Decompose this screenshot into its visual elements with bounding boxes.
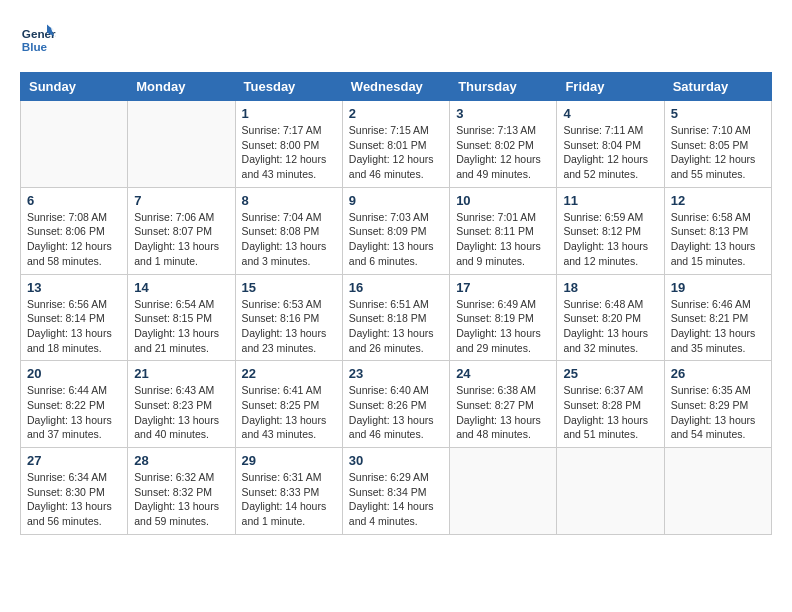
sunset-text: Sunset: 8:30 PM xyxy=(27,485,121,500)
daylight-text: Daylight: 12 hours and 49 minutes. xyxy=(456,152,550,181)
daylight-text: Daylight: 13 hours and 29 minutes. xyxy=(456,326,550,355)
sunrise-text: Sunrise: 7:10 AM xyxy=(671,123,765,138)
calendar-cell: 11Sunrise: 6:59 AMSunset: 8:12 PMDayligh… xyxy=(557,187,664,274)
day-number: 11 xyxy=(563,193,657,208)
sunrise-text: Sunrise: 6:53 AM xyxy=(242,297,336,312)
sunrise-text: Sunrise: 6:48 AM xyxy=(563,297,657,312)
daylight-text: Daylight: 13 hours and 18 minutes. xyxy=(27,326,121,355)
daylight-text: Daylight: 13 hours and 26 minutes. xyxy=(349,326,443,355)
sunset-text: Sunset: 8:19 PM xyxy=(456,311,550,326)
day-number: 29 xyxy=(242,453,336,468)
sunset-text: Sunset: 8:11 PM xyxy=(456,224,550,239)
day-number: 15 xyxy=(242,280,336,295)
sunrise-text: Sunrise: 7:11 AM xyxy=(563,123,657,138)
day-number: 24 xyxy=(456,366,550,381)
day-number: 9 xyxy=(349,193,443,208)
sunrise-text: Sunrise: 7:03 AM xyxy=(349,210,443,225)
calendar-cell: 12Sunrise: 6:58 AMSunset: 8:13 PMDayligh… xyxy=(664,187,771,274)
sunset-text: Sunset: 8:18 PM xyxy=(349,311,443,326)
calendar-week-2: 6Sunrise: 7:08 AMSunset: 8:06 PMDaylight… xyxy=(21,187,772,274)
calendar-cell: 23Sunrise: 6:40 AMSunset: 8:26 PMDayligh… xyxy=(342,361,449,448)
calendar-cell: 18Sunrise: 6:48 AMSunset: 8:20 PMDayligh… xyxy=(557,274,664,361)
sunrise-text: Sunrise: 6:34 AM xyxy=(27,470,121,485)
daylight-text: Daylight: 13 hours and 56 minutes. xyxy=(27,499,121,528)
calendar-week-5: 27Sunrise: 6:34 AMSunset: 8:30 PMDayligh… xyxy=(21,448,772,535)
sunset-text: Sunset: 8:02 PM xyxy=(456,138,550,153)
daylight-text: Daylight: 13 hours and 21 minutes. xyxy=(134,326,228,355)
day-number: 20 xyxy=(27,366,121,381)
calendar-cell xyxy=(21,101,128,188)
sunrise-text: Sunrise: 6:41 AM xyxy=(242,383,336,398)
daylight-text: Daylight: 13 hours and 6 minutes. xyxy=(349,239,443,268)
sunrise-text: Sunrise: 7:01 AM xyxy=(456,210,550,225)
daylight-text: Daylight: 13 hours and 35 minutes. xyxy=(671,326,765,355)
day-number: 25 xyxy=(563,366,657,381)
calendar-cell: 8Sunrise: 7:04 AMSunset: 8:08 PMDaylight… xyxy=(235,187,342,274)
calendar-week-1: 1Sunrise: 7:17 AMSunset: 8:00 PMDaylight… xyxy=(21,101,772,188)
calendar-cell: 22Sunrise: 6:41 AMSunset: 8:25 PMDayligh… xyxy=(235,361,342,448)
calendar-cell: 2Sunrise: 7:15 AMSunset: 8:01 PMDaylight… xyxy=(342,101,449,188)
sunset-text: Sunset: 8:09 PM xyxy=(349,224,443,239)
sunrise-text: Sunrise: 6:46 AM xyxy=(671,297,765,312)
header-monday: Monday xyxy=(128,73,235,101)
calendar-cell: 28Sunrise: 6:32 AMSunset: 8:32 PMDayligh… xyxy=(128,448,235,535)
day-number: 27 xyxy=(27,453,121,468)
sunrise-text: Sunrise: 6:38 AM xyxy=(456,383,550,398)
daylight-text: Daylight: 13 hours and 54 minutes. xyxy=(671,413,765,442)
daylight-text: Daylight: 12 hours and 43 minutes. xyxy=(242,152,336,181)
sunset-text: Sunset: 8:28 PM xyxy=(563,398,657,413)
sunset-text: Sunset: 8:00 PM xyxy=(242,138,336,153)
calendar-cell: 10Sunrise: 7:01 AMSunset: 8:11 PMDayligh… xyxy=(450,187,557,274)
sunset-text: Sunset: 8:34 PM xyxy=(349,485,443,500)
day-number: 16 xyxy=(349,280,443,295)
calendar-cell: 30Sunrise: 6:29 AMSunset: 8:34 PMDayligh… xyxy=(342,448,449,535)
sunset-text: Sunset: 8:29 PM xyxy=(671,398,765,413)
day-number: 2 xyxy=(349,106,443,121)
sunrise-text: Sunrise: 7:08 AM xyxy=(27,210,121,225)
sunrise-text: Sunrise: 6:49 AM xyxy=(456,297,550,312)
header-friday: Friday xyxy=(557,73,664,101)
header-wednesday: Wednesday xyxy=(342,73,449,101)
day-number: 14 xyxy=(134,280,228,295)
sunset-text: Sunset: 8:21 PM xyxy=(671,311,765,326)
daylight-text: Daylight: 13 hours and 46 minutes. xyxy=(349,413,443,442)
day-number: 5 xyxy=(671,106,765,121)
header-saturday: Saturday xyxy=(664,73,771,101)
sunset-text: Sunset: 8:12 PM xyxy=(563,224,657,239)
logo-icon: General Blue xyxy=(20,20,56,56)
sunset-text: Sunset: 8:01 PM xyxy=(349,138,443,153)
calendar-cell: 7Sunrise: 7:06 AMSunset: 8:07 PMDaylight… xyxy=(128,187,235,274)
calendar-cell: 1Sunrise: 7:17 AMSunset: 8:00 PMDaylight… xyxy=(235,101,342,188)
sunset-text: Sunset: 8:20 PM xyxy=(563,311,657,326)
calendar-cell xyxy=(664,448,771,535)
sunrise-text: Sunrise: 6:37 AM xyxy=(563,383,657,398)
sunset-text: Sunset: 8:05 PM xyxy=(671,138,765,153)
page-header: General Blue xyxy=(20,20,772,56)
sunset-text: Sunset: 8:26 PM xyxy=(349,398,443,413)
calendar-cell: 9Sunrise: 7:03 AMSunset: 8:09 PMDaylight… xyxy=(342,187,449,274)
sunrise-text: Sunrise: 6:54 AM xyxy=(134,297,228,312)
calendar-cell: 13Sunrise: 6:56 AMSunset: 8:14 PMDayligh… xyxy=(21,274,128,361)
sunrise-text: Sunrise: 7:04 AM xyxy=(242,210,336,225)
calendar-cell xyxy=(557,448,664,535)
sunset-text: Sunset: 8:06 PM xyxy=(27,224,121,239)
day-number: 30 xyxy=(349,453,443,468)
daylight-text: Daylight: 13 hours and 48 minutes. xyxy=(456,413,550,442)
sunrise-text: Sunrise: 6:51 AM xyxy=(349,297,443,312)
daylight-text: Daylight: 13 hours and 43 minutes. xyxy=(242,413,336,442)
sunrise-text: Sunrise: 6:56 AM xyxy=(27,297,121,312)
calendar-cell: 19Sunrise: 6:46 AMSunset: 8:21 PMDayligh… xyxy=(664,274,771,361)
calendar-cell: 25Sunrise: 6:37 AMSunset: 8:28 PMDayligh… xyxy=(557,361,664,448)
day-number: 6 xyxy=(27,193,121,208)
sunset-text: Sunset: 8:25 PM xyxy=(242,398,336,413)
calendar-cell: 3Sunrise: 7:13 AMSunset: 8:02 PMDaylight… xyxy=(450,101,557,188)
daylight-text: Daylight: 13 hours and 3 minutes. xyxy=(242,239,336,268)
sunset-text: Sunset: 8:08 PM xyxy=(242,224,336,239)
calendar-cell: 26Sunrise: 6:35 AMSunset: 8:29 PMDayligh… xyxy=(664,361,771,448)
calendar-cell: 5Sunrise: 7:10 AMSunset: 8:05 PMDaylight… xyxy=(664,101,771,188)
calendar-cell: 21Sunrise: 6:43 AMSunset: 8:23 PMDayligh… xyxy=(128,361,235,448)
calendar-cell: 15Sunrise: 6:53 AMSunset: 8:16 PMDayligh… xyxy=(235,274,342,361)
calendar-cell: 24Sunrise: 6:38 AMSunset: 8:27 PMDayligh… xyxy=(450,361,557,448)
sunrise-text: Sunrise: 6:29 AM xyxy=(349,470,443,485)
calendar-table: SundayMondayTuesdayWednesdayThursdayFrid… xyxy=(20,72,772,535)
